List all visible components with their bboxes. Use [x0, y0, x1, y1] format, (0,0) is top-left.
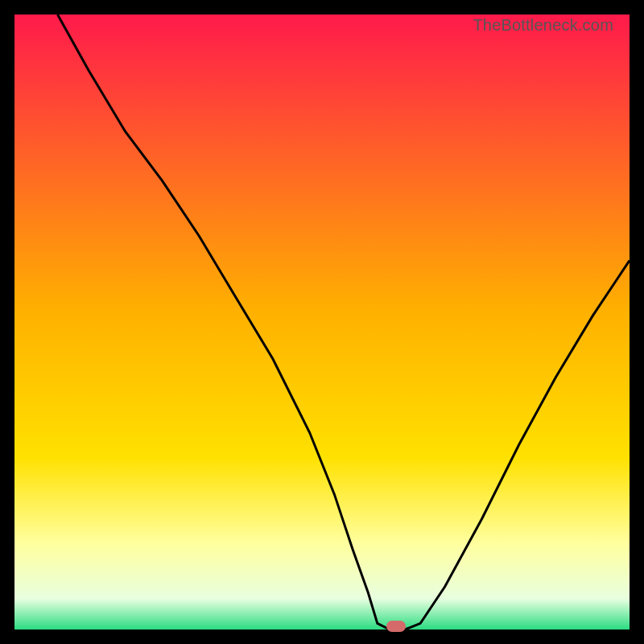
gradient-background — [14, 14, 630, 630]
watermark-text: TheBottleneck.com — [473, 16, 613, 35]
optimal-point-marker — [386, 621, 406, 632]
bottleneck-chart — [14, 14, 630, 630]
chart-frame: TheBottleneck.com — [14, 14, 630, 630]
